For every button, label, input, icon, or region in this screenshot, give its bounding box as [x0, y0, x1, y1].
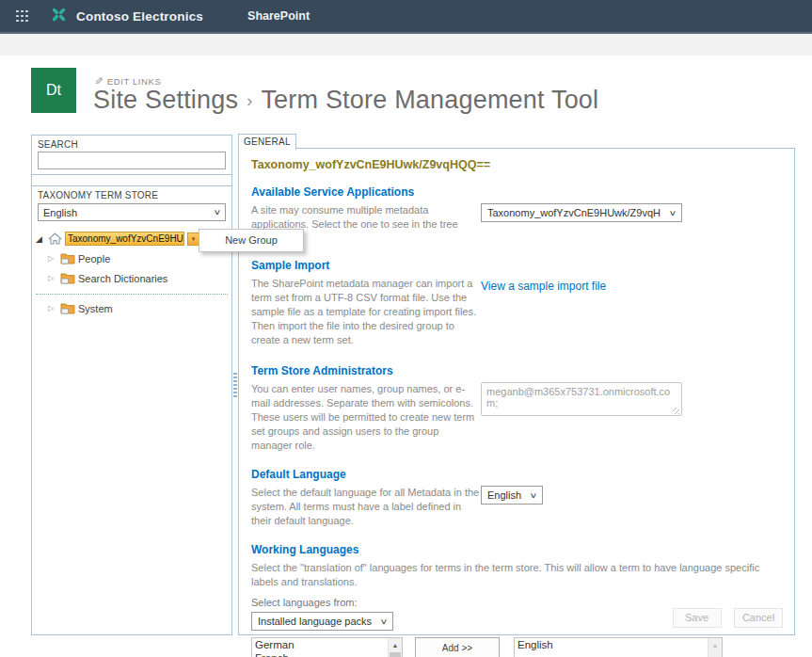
administrators-input[interactable]: meganb@m365x753731.onmicrosoft.com; — [481, 382, 682, 416]
group-folder-icon — [60, 302, 75, 314]
available-languages-listbox[interactable]: German French Irish Indonesian ▲ ▼ — [251, 637, 403, 657]
scroll-up-icon[interactable]: ▲ — [389, 638, 402, 651]
language-option[interactable]: German — [255, 639, 402, 652]
section-available-service-applications: Available Service Applications A site ma… — [251, 185, 782, 246]
tab-general[interactable]: GENERAL — [238, 134, 296, 150]
chevron-down-icon: ∨ — [214, 208, 222, 216]
tree-item-label: People — [78, 253, 110, 264]
language-source-value: Installed language packs — [258, 616, 372, 627]
resize-handle-icon[interactable] — [673, 408, 679, 414]
site-logo[interactable]: Dt — [31, 68, 76, 113]
scrollbar: ▲ ▼ — [708, 638, 722, 657]
taxonomy-sidebar: SEARCH TAXONOMY TERM STORE English ∨ ◢ T… — [31, 135, 232, 635]
page-title: Site Settings›Term Store Management Tool — [93, 86, 598, 115]
group-folder-icon — [60, 272, 75, 284]
store-language-select[interactable]: English ∨ — [38, 203, 226, 221]
section-heading: Term Store Administrators — [251, 364, 782, 377]
scrollbar-thumb[interactable] — [390, 652, 401, 657]
default-language-select[interactable]: English ∨ — [481, 486, 543, 505]
breadcrumb-parent[interactable]: Site Settings — [93, 86, 238, 114]
panel-splitter-handle[interactable] — [233, 373, 237, 397]
tree-item-system[interactable]: ▷ System — [32, 300, 231, 316]
language-option[interactable]: English — [517, 639, 722, 652]
search-label: SEARCH — [38, 139, 226, 150]
chevron-down-icon: ∨ — [669, 209, 677, 217]
language-option[interactable]: French — [255, 652, 402, 657]
collapsed-arrow-icon[interactable]: ▷ — [48, 304, 57, 313]
brand-name[interactable]: Contoso Electronics — [76, 9, 203, 24]
term-store-label: TAXONOMY TERM STORE — [38, 190, 226, 200]
top-app-bar: Contoso Electronics SharePoint — [0, 0, 812, 32]
tree-item-label: Search Dictionaries — [78, 273, 167, 284]
context-menu: New Group — [199, 229, 304, 252]
section-description: Select the default language for all Meta… — [251, 486, 481, 528]
cancel-button[interactable]: Cancel — [734, 608, 783, 628]
search-section: SEARCH — [32, 136, 231, 175]
suite-bar — [0, 34, 812, 56]
section-sample-import: Sample Import The SharePoint metadata ma… — [251, 259, 782, 347]
scroll-up-icon: ▲ — [709, 638, 722, 651]
add-language-button[interactable]: Add >> — [415, 637, 500, 657]
section-term-store-administrators: Term Store Administrators You can enter … — [251, 364, 782, 453]
section-heading: Sample Import — [251, 259, 782, 272]
app-launcher-icon[interactable] — [16, 10, 28, 23]
section-working-languages: Working Languages Select the "translatio… — [251, 543, 782, 657]
chevron-down-icon: ∨ — [380, 617, 389, 626]
language-source-select[interactable]: Installed language packs ∨ — [251, 612, 393, 631]
tree-item-search-dictionaries[interactable]: ▷ Search Dictionaries — [32, 270, 231, 286]
section-heading: Default Language — [251, 468, 782, 481]
section-default-language: Default Language Select the default lang… — [251, 468, 782, 528]
sample-import-link[interactable]: View a sample import file — [481, 280, 606, 293]
collapsed-arrow-icon[interactable]: ▷ — [48, 274, 57, 283]
breadcrumb-separator-icon: › — [247, 91, 252, 110]
search-results-strip — [32, 175, 231, 186]
term-store-title: Taxonomy_wofYzvCnE9HUwk/Z9vqHQQ== — [251, 149, 782, 171]
service-application-select[interactable]: Taxonomy_wofYzvCnE9HUwk/Z9vqHQQ== ∨ — [481, 203, 682, 222]
section-description: You can enter user names, group names, o… — [251, 382, 481, 453]
tree-root-node[interactable]: Taxonomy_wofYzvCnE9HUwk/Z9vqHQQ== — [65, 232, 184, 246]
selected-languages-listbox[interactable]: English ▲ ▼ — [514, 637, 723, 657]
section-heading: Available Service Applications — [251, 185, 782, 199]
breadcrumb-current: Term Store Management Tool — [261, 86, 598, 114]
section-heading: Working Languages — [251, 543, 782, 556]
select-languages-from-label: Select languages from: — [251, 597, 782, 608]
section-description: Select the "translation of" languages fo… — [251, 561, 782, 589]
section-description: The SharePoint metadata manager can impo… — [251, 277, 481, 347]
contoso-logo-icon — [51, 7, 67, 26]
general-properties-panel: Taxonomy_wofYzvCnE9HUwk/Z9vqHQQ== Availa… — [238, 148, 795, 635]
chevron-down-icon: ∨ — [530, 491, 538, 500]
term-store-home-icon — [48, 232, 62, 245]
service-application-value: Taxonomy_wofYzvCnE9HUwk/Z9vqHQQ== — [487, 207, 661, 218]
default-language-value: English — [487, 489, 521, 501]
save-button[interactable]: Save — [673, 608, 722, 628]
search-input[interactable] — [38, 152, 226, 169]
store-language-value: English — [43, 207, 77, 218]
tree-separator — [36, 294, 228, 295]
term-store-section: TAXONOMY TERM STORE English ∨ — [32, 186, 231, 226]
sharepoint-link[interactable]: SharePoint — [247, 9, 310, 23]
menu-item-new-group[interactable]: New Group — [199, 230, 303, 251]
expanded-arrow-icon[interactable]: ◢ — [36, 234, 45, 244]
collapsed-arrow-icon[interactable]: ▷ — [48, 254, 57, 264]
group-folder-icon — [60, 252, 75, 264]
scrollbar[interactable]: ▲ ▼ — [388, 638, 402, 657]
tree-item-people[interactable]: ▷ People — [32, 250, 231, 266]
tree-item-label: System — [78, 303, 113, 314]
